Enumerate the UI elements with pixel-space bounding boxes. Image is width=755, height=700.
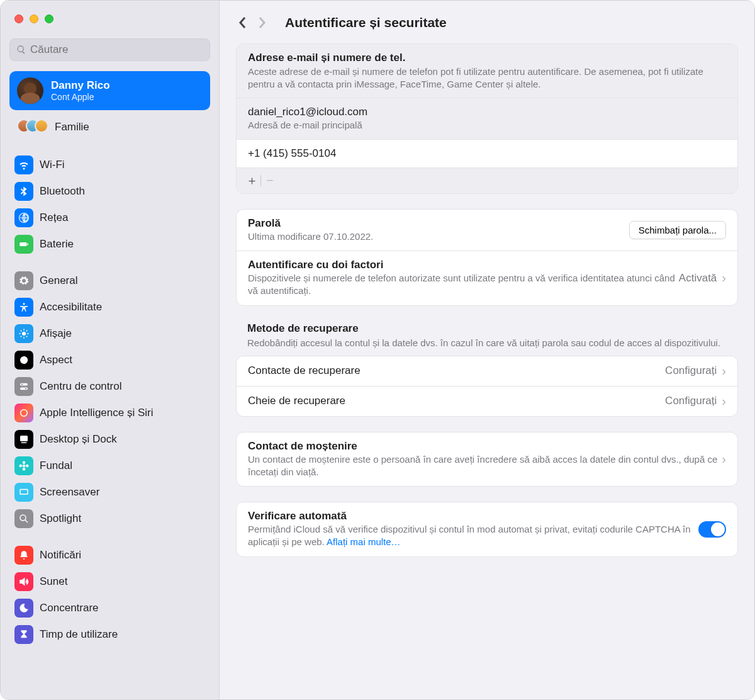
sidebar-item-label: Wi-Fi	[40, 159, 65, 171]
remove-button[interactable]: −	[261, 172, 279, 189]
dock-icon	[14, 430, 33, 449]
recovery-contacts-row[interactable]: Contacte de recuperare Configurați ›	[237, 356, 737, 386]
family-label: Familie	[55, 121, 89, 133]
sidebar-item-network[interactable]: Rețea	[9, 205, 210, 231]
sidebar-item-label: Baterie	[40, 238, 74, 251]
learn-more-link[interactable]: Aflați mai multe…	[327, 536, 401, 547]
password-row: Parolă Ultima modificare 07.10.2022. Sch…	[237, 210, 737, 251]
sidebar-item-label: Accesibilitate	[40, 301, 102, 313]
legacy-row[interactable]: Contact de moștenire Un contact de moște…	[237, 432, 737, 487]
sidebar-item-apple-intelligence[interactable]: Apple Intelligence și Siri	[9, 400, 210, 426]
sun-icon	[14, 324, 33, 343]
sidebar-item-spotlight[interactable]: Spotlight	[9, 505, 210, 532]
recovery-title: Metode de recuperare	[247, 322, 727, 335]
main-content: Autentificare și securitate Adrese e-mai…	[220, 1, 754, 699]
sidebar-item-label: Bluetooth	[40, 185, 85, 198]
svg-rect-0	[20, 242, 26, 246]
svg-point-9	[21, 410, 28, 417]
sidebar-item-wifi[interactable]: Wi-Fi	[9, 152, 210, 178]
close-window-button[interactable]	[14, 14, 23, 23]
sidebar-item-label: Aspect	[40, 354, 72, 366]
svg-point-14	[23, 468, 26, 471]
two-factor-desc: Dispozitivele și numerele de telefon aut…	[248, 272, 679, 298]
recovery-contacts-label: Contacte de recuperare	[248, 364, 665, 377]
sidebar-item-screensaver[interactable]: Screensaver	[9, 479, 210, 505]
sidebar-item-control-center[interactable]: Centru de control	[9, 373, 210, 400]
chevron-right-icon: ›	[722, 394, 726, 409]
sidebar-item-label: Centru de control	[40, 380, 121, 393]
avatar	[17, 77, 43, 104]
sidebar-item-label: General	[40, 274, 77, 287]
globe-icon	[14, 208, 33, 227]
svg-rect-10	[20, 436, 28, 441]
auto-verify-toggle[interactable]	[698, 521, 726, 538]
sidebar-item-label: Timp de utilizare	[40, 628, 118, 641]
search-icon	[16, 45, 26, 55]
sidebar-family[interactable]: Familie	[9, 113, 210, 142]
change-password-button[interactable]: Schimbați parola...	[629, 221, 726, 239]
svg-point-7	[21, 383, 23, 385]
search-input[interactable]	[30, 43, 203, 56]
sidebar-item-label: Rețea	[40, 212, 68, 224]
legacy-card: Contact de moștenire Un contact de moște…	[236, 432, 738, 487]
sidebar-item-label: Desktop și Dock	[40, 433, 117, 446]
svg-rect-1	[27, 244, 28, 246]
svg-point-16	[26, 465, 29, 468]
recovery-header: Metode de recuperare Redobândiți accesul…	[236, 321, 738, 356]
sidebar-item-notifications[interactable]: Notificări	[9, 542, 210, 568]
back-button[interactable]	[233, 13, 252, 32]
bluetooth-icon	[14, 182, 33, 201]
two-factor-row[interactable]: Autentificare cu doi factori Dispozitive…	[237, 251, 737, 305]
add-button[interactable]: ＋	[243, 172, 260, 189]
appearance-icon	[14, 351, 33, 370]
sidebar-account[interactable]: Danny Rico Cont Apple	[9, 71, 210, 110]
settings-window: Danny Rico Cont Apple Familie Wi-Fi Blue…	[0, 0, 755, 700]
zoom-window-button[interactable]	[45, 14, 53, 23]
sidebar-item-general[interactable]: General	[9, 268, 210, 294]
bell-icon	[14, 546, 33, 565]
family-avatars	[17, 119, 50, 135]
hourglass-icon	[14, 625, 33, 644]
sidebar-item-accessibility[interactable]: Accesibilitate	[9, 294, 210, 320]
sidebar-item-displays[interactable]: Afișaje	[9, 320, 210, 347]
recovery-key-row[interactable]: Cheie de recuperare Configurați ›	[237, 387, 737, 416]
password-card: Parolă Ultima modificare 07.10.2022. Sch…	[236, 209, 738, 306]
speaker-icon	[14, 572, 33, 591]
sidebar-item-appearance[interactable]: Aspect	[9, 347, 210, 373]
svg-point-19	[20, 515, 26, 521]
battery-icon	[14, 235, 33, 254]
sidebar-item-battery[interactable]: Baterie	[9, 231, 210, 257]
sidebar-item-sound[interactable]: Sunet	[9, 568, 210, 595]
chevron-right-icon: ›	[722, 452, 726, 466]
legacy-title: Contact de moștenire	[248, 440, 722, 453]
emails-toolbar: ＋ −	[237, 168, 737, 193]
two-factor-title: Autentificare cu doi factori	[248, 259, 679, 271]
primary-email-row[interactable]: daniel_rico1@icloud.com Adresă de e-mail…	[237, 98, 737, 139]
sidebar-item-bluetooth[interactable]: Bluetooth	[9, 178, 210, 205]
sidebar: Danny Rico Cont Apple Familie Wi-Fi Blue…	[1, 1, 220, 699]
svg-point-15	[20, 465, 23, 468]
sidebar-item-label: Notificări	[40, 549, 81, 562]
sidebar-item-label: Spotlight	[40, 512, 81, 525]
siri-icon	[14, 404, 33, 422]
forward-button[interactable]	[252, 13, 271, 32]
phone-row[interactable]: +1 (415) 555-0104	[237, 140, 737, 167]
sidebar-item-desktop-dock[interactable]: Desktop și Dock	[9, 426, 210, 453]
svg-point-12	[23, 465, 26, 468]
sidebar-item-screen-time[interactable]: Timp de utilizare	[9, 621, 210, 648]
search-field[interactable]	[9, 38, 210, 61]
sidebar-item-label: Screensaver	[40, 486, 99, 499]
sidebar-item-focus[interactable]: Concentrare	[9, 595, 210, 621]
svg-rect-11	[21, 443, 27, 444]
sidebar-item-label: Sunet	[40, 575, 67, 588]
account-sub: Cont Apple	[51, 92, 110, 102]
minimize-window-button[interactable]	[30, 14, 38, 23]
svg-rect-18	[21, 490, 28, 494]
flower-icon	[14, 456, 33, 475]
password-sub: Ultima modificare 07.10.2022.	[248, 230, 629, 243]
two-factor-status: Activată	[679, 272, 717, 285]
auto-verify-title: Verificare automată	[248, 510, 698, 522]
gear-icon	[14, 271, 33, 290]
recovery-desc: Redobândiți accesul la contul și la date…	[247, 336, 727, 349]
sidebar-item-wallpaper[interactable]: Fundal	[9, 453, 210, 479]
